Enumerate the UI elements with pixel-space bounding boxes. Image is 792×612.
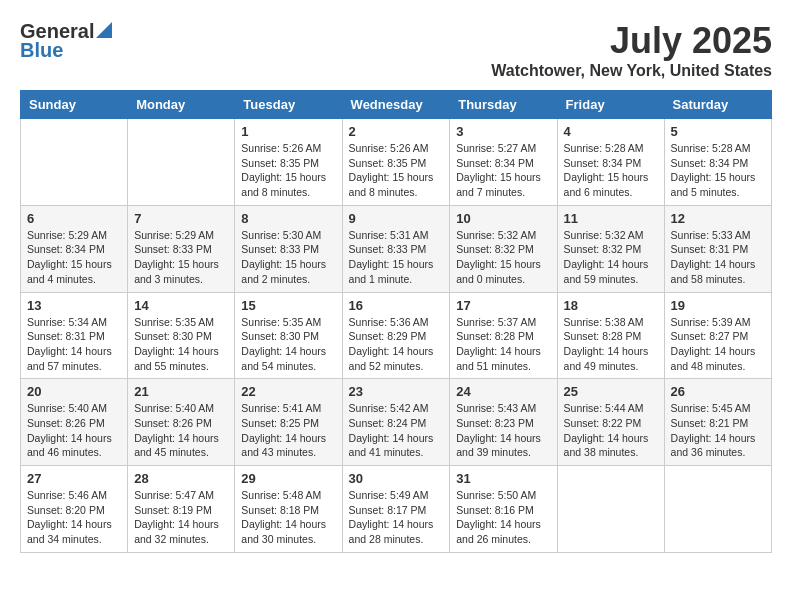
calendar-week-row: 20Sunrise: 5:40 AM Sunset: 8:26 PM Dayli… [21,379,772,466]
calendar-cell [21,119,128,206]
calendar-cell: 13Sunrise: 5:34 AM Sunset: 8:31 PM Dayli… [21,292,128,379]
calendar-cell: 28Sunrise: 5:47 AM Sunset: 8:19 PM Dayli… [128,466,235,553]
day-number: 9 [349,211,444,226]
calendar-cell [128,119,235,206]
day-number: 22 [241,384,335,399]
svg-marker-0 [96,22,112,38]
day-info: Sunrise: 5:45 AM Sunset: 8:21 PM Dayligh… [671,401,765,460]
day-info: Sunrise: 5:40 AM Sunset: 8:26 PM Dayligh… [134,401,228,460]
calendar-cell: 14Sunrise: 5:35 AM Sunset: 8:30 PM Dayli… [128,292,235,379]
calendar-cell: 30Sunrise: 5:49 AM Sunset: 8:17 PM Dayli… [342,466,450,553]
day-info: Sunrise: 5:34 AM Sunset: 8:31 PM Dayligh… [27,315,121,374]
calendar-cell: 5Sunrise: 5:28 AM Sunset: 8:34 PM Daylig… [664,119,771,206]
day-info: Sunrise: 5:29 AM Sunset: 8:34 PM Dayligh… [27,228,121,287]
calendar-header-row: SundayMondayTuesdayWednesdayThursdayFrid… [21,91,772,119]
day-number: 14 [134,298,228,313]
day-number: 28 [134,471,228,486]
calendar-week-row: 27Sunrise: 5:46 AM Sunset: 8:20 PM Dayli… [21,466,772,553]
day-info: Sunrise: 5:32 AM Sunset: 8:32 PM Dayligh… [456,228,550,287]
calendar-cell: 10Sunrise: 5:32 AM Sunset: 8:32 PM Dayli… [450,205,557,292]
page-header: General Blue July 2025 Watchtower, New Y… [20,20,772,80]
calendar-cell: 9Sunrise: 5:31 AM Sunset: 8:33 PM Daylig… [342,205,450,292]
day-number: 19 [671,298,765,313]
calendar-cell: 19Sunrise: 5:39 AM Sunset: 8:27 PM Dayli… [664,292,771,379]
calendar-cell: 6Sunrise: 5:29 AM Sunset: 8:34 PM Daylig… [21,205,128,292]
day-info: Sunrise: 5:44 AM Sunset: 8:22 PM Dayligh… [564,401,658,460]
calendar-cell: 18Sunrise: 5:38 AM Sunset: 8:28 PM Dayli… [557,292,664,379]
day-number: 21 [134,384,228,399]
day-info: Sunrise: 5:35 AM Sunset: 8:30 PM Dayligh… [134,315,228,374]
day-number: 8 [241,211,335,226]
day-number: 3 [456,124,550,139]
calendar-week-row: 6Sunrise: 5:29 AM Sunset: 8:34 PM Daylig… [21,205,772,292]
day-info: Sunrise: 5:26 AM Sunset: 8:35 PM Dayligh… [241,141,335,200]
day-number: 1 [241,124,335,139]
calendar-cell: 21Sunrise: 5:40 AM Sunset: 8:26 PM Dayli… [128,379,235,466]
calendar-cell: 22Sunrise: 5:41 AM Sunset: 8:25 PM Dayli… [235,379,342,466]
calendar-cell [664,466,771,553]
day-number: 25 [564,384,658,399]
day-number: 4 [564,124,658,139]
calendar-cell: 24Sunrise: 5:43 AM Sunset: 8:23 PM Dayli… [450,379,557,466]
calendar-header-wednesday: Wednesday [342,91,450,119]
title-section: July 2025 Watchtower, New York, United S… [491,20,772,80]
day-info: Sunrise: 5:50 AM Sunset: 8:16 PM Dayligh… [456,488,550,547]
day-number: 20 [27,384,121,399]
day-info: Sunrise: 5:37 AM Sunset: 8:28 PM Dayligh… [456,315,550,374]
calendar-header-friday: Friday [557,91,664,119]
day-number: 26 [671,384,765,399]
day-info: Sunrise: 5:48 AM Sunset: 8:18 PM Dayligh… [241,488,335,547]
day-number: 23 [349,384,444,399]
logo-blue-text: Blue [20,39,63,62]
day-number: 13 [27,298,121,313]
day-info: Sunrise: 5:49 AM Sunset: 8:17 PM Dayligh… [349,488,444,547]
calendar-table: SundayMondayTuesdayWednesdayThursdayFrid… [20,90,772,553]
day-number: 24 [456,384,550,399]
calendar-cell: 7Sunrise: 5:29 AM Sunset: 8:33 PM Daylig… [128,205,235,292]
day-info: Sunrise: 5:43 AM Sunset: 8:23 PM Dayligh… [456,401,550,460]
calendar-cell: 15Sunrise: 5:35 AM Sunset: 8:30 PM Dayli… [235,292,342,379]
day-number: 29 [241,471,335,486]
day-number: 7 [134,211,228,226]
day-info: Sunrise: 5:42 AM Sunset: 8:24 PM Dayligh… [349,401,444,460]
calendar-cell: 17Sunrise: 5:37 AM Sunset: 8:28 PM Dayli… [450,292,557,379]
calendar-cell: 3Sunrise: 5:27 AM Sunset: 8:34 PM Daylig… [450,119,557,206]
day-info: Sunrise: 5:35 AM Sunset: 8:30 PM Dayligh… [241,315,335,374]
day-info: Sunrise: 5:32 AM Sunset: 8:32 PM Dayligh… [564,228,658,287]
calendar-header-saturday: Saturday [664,91,771,119]
location-text: Watchtower, New York, United States [491,62,772,80]
logo: General Blue [20,20,112,62]
day-number: 31 [456,471,550,486]
calendar-cell: 27Sunrise: 5:46 AM Sunset: 8:20 PM Dayli… [21,466,128,553]
day-info: Sunrise: 5:29 AM Sunset: 8:33 PM Dayligh… [134,228,228,287]
calendar-cell: 26Sunrise: 5:45 AM Sunset: 8:21 PM Dayli… [664,379,771,466]
calendar-cell: 4Sunrise: 5:28 AM Sunset: 8:34 PM Daylig… [557,119,664,206]
calendar-week-row: 1Sunrise: 5:26 AM Sunset: 8:35 PM Daylig… [21,119,772,206]
day-number: 10 [456,211,550,226]
day-info: Sunrise: 5:47 AM Sunset: 8:19 PM Dayligh… [134,488,228,547]
calendar-cell: 23Sunrise: 5:42 AM Sunset: 8:24 PM Dayli… [342,379,450,466]
day-info: Sunrise: 5:36 AM Sunset: 8:29 PM Dayligh… [349,315,444,374]
day-number: 2 [349,124,444,139]
day-number: 5 [671,124,765,139]
calendar-cell: 2Sunrise: 5:26 AM Sunset: 8:35 PM Daylig… [342,119,450,206]
day-number: 16 [349,298,444,313]
calendar-cell: 16Sunrise: 5:36 AM Sunset: 8:29 PM Dayli… [342,292,450,379]
calendar-cell: 1Sunrise: 5:26 AM Sunset: 8:35 PM Daylig… [235,119,342,206]
day-number: 27 [27,471,121,486]
calendar-header-monday: Monday [128,91,235,119]
day-info: Sunrise: 5:38 AM Sunset: 8:28 PM Dayligh… [564,315,658,374]
calendar-header-sunday: Sunday [21,91,128,119]
calendar-cell: 20Sunrise: 5:40 AM Sunset: 8:26 PM Dayli… [21,379,128,466]
calendar-cell [557,466,664,553]
day-info: Sunrise: 5:46 AM Sunset: 8:20 PM Dayligh… [27,488,121,547]
month-title: July 2025 [491,20,772,62]
day-number: 6 [27,211,121,226]
day-info: Sunrise: 5:30 AM Sunset: 8:33 PM Dayligh… [241,228,335,287]
calendar-header-thursday: Thursday [450,91,557,119]
day-info: Sunrise: 5:27 AM Sunset: 8:34 PM Dayligh… [456,141,550,200]
day-info: Sunrise: 5:41 AM Sunset: 8:25 PM Dayligh… [241,401,335,460]
calendar-header-tuesday: Tuesday [235,91,342,119]
logo-triangle-icon [96,22,112,38]
day-info: Sunrise: 5:28 AM Sunset: 8:34 PM Dayligh… [671,141,765,200]
